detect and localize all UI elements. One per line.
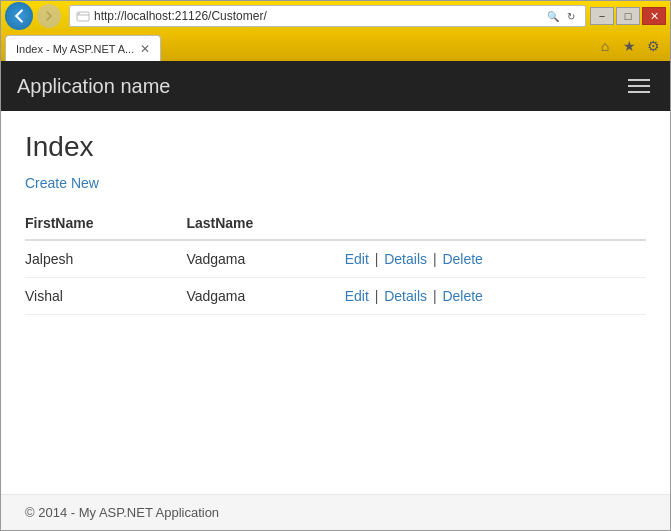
tab-close-icon[interactable]: ✕ [140,43,150,55]
cell-lastname: Vadgama [186,240,344,278]
back-button[interactable] [5,2,33,30]
customers-table: FirstName LastName Jalpesh Vadgama Edit … [25,207,646,315]
separator-2: | [433,288,441,304]
cell-actions: Edit | Details | Delete [345,240,646,278]
home-icon[interactable]: ⌂ [596,37,614,55]
maximize-button[interactable]: □ [616,7,640,25]
edit-link[interactable]: Edit [345,251,369,267]
favorites-icon[interactable]: ★ [620,37,638,55]
browser-tab[interactable]: Index - My ASP.NET A... ✕ [5,35,161,61]
table-row: Jalpesh Vadgama Edit | Details | Delete [25,240,646,278]
separator-1: | [375,288,383,304]
search-dropdown-icon[interactable]: 🔍 [545,8,561,24]
footer-text: © 2014 - My ASP.NET Application [25,505,219,520]
delete-link[interactable]: Delete [442,251,482,267]
settings-icon[interactable]: ⚙ [644,37,662,55]
address-bar[interactable]: http://localhost:21126/Customer/ 🔍 ↻ [69,5,586,27]
refresh-icon[interactable]: ↻ [563,8,579,24]
page-title: Index [25,131,646,163]
table-row: Vishal Vadgama Edit | Details | Delete [25,278,646,315]
edit-link[interactable]: Edit [345,288,369,304]
forward-button[interactable] [37,4,61,28]
main-content: Index Create New FirstName LastName Jalp… [1,111,670,494]
minimize-button[interactable]: − [590,7,614,25]
col-header-actions [345,207,646,240]
tab-title: Index - My ASP.NET A... [16,43,134,55]
col-header-firstname: FirstName [25,207,186,240]
hamburger-line-2 [628,85,650,87]
menu-button[interactable] [624,75,654,97]
details-link[interactable]: Details [384,251,427,267]
details-link[interactable]: Details [384,288,427,304]
cell-actions: Edit | Details | Delete [345,278,646,315]
separator-1: | [375,251,383,267]
cell-firstname: Jalpesh [25,240,186,278]
create-new-link[interactable]: Create New [25,175,99,191]
separator-2: | [433,251,441,267]
address-icon [76,9,90,23]
close-button[interactable]: ✕ [642,7,666,25]
delete-link[interactable]: Delete [442,288,482,304]
url-text: http://localhost:21126/Customer/ [94,9,545,23]
table-header-row: FirstName LastName [25,207,646,240]
cell-lastname: Vadgama [186,278,344,315]
app-navbar: Application name [1,61,670,111]
cell-firstname: Vishal [25,278,186,315]
hamburger-line-1 [628,79,650,81]
app-name: Application name [17,75,170,98]
col-header-lastname: LastName [186,207,344,240]
svg-point-1 [78,13,80,15]
page-footer: © 2014 - My ASP.NET Application [1,494,670,530]
hamburger-line-3 [628,91,650,93]
